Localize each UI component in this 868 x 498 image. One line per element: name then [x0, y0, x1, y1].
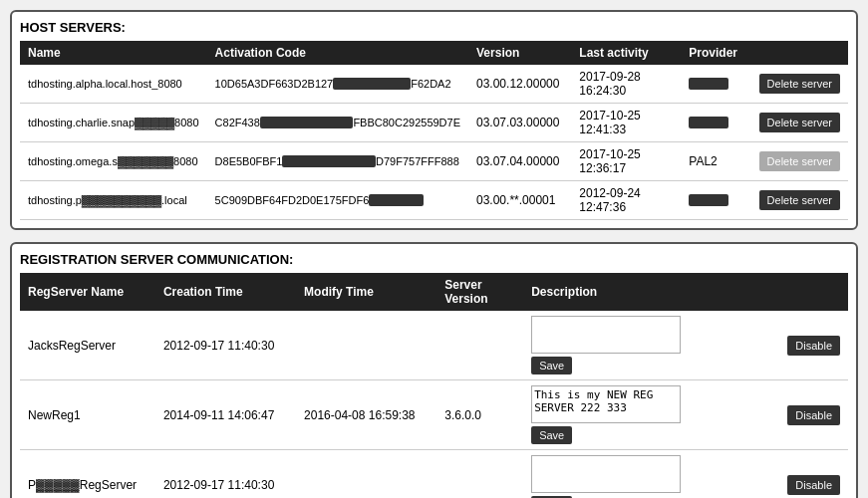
reg-create-cell: 2012-09-17 11:40:30 [155, 450, 296, 499]
reg-action-cell: Disable [739, 450, 848, 499]
host-provider-cell: R▓▓▓E [681, 65, 748, 104]
host-activation-cell: C82F438████████████FBBC80C292559D7E [207, 104, 468, 142]
host-table-row: tdhosting.alpha.local.host_808010D65A3DF… [20, 65, 848, 104]
host-lastactivity-cell: 2017-10-25 12:36:17 [571, 142, 681, 181]
col-action [749, 41, 848, 65]
host-servers-title: HOST SERVERS: [20, 20, 848, 35]
host-name-cell: tdhosting.p▓▓▓▓▓▓▓▓▓▓.local [20, 181, 207, 220]
delete-server-button[interactable]: Delete server [759, 190, 840, 210]
reg-description-cell: Save [523, 380, 739, 450]
host-table-row: tdhosting.omega.s▓▓▓▓▓▓▓8080D8E5B0FBF1██… [20, 142, 848, 181]
host-activation-cell: 10D65A3DF663D2B127██████████F62DA2 [207, 65, 468, 104]
host-action-cell: Delete server [749, 142, 848, 181]
reg-server-title: REGISTRATION SERVER COMMUNICATION: [20, 252, 848, 267]
host-action-cell: Delete server [749, 104, 848, 142]
reg-create-cell: 2012-09-17 11:40:30 [155, 311, 296, 380]
host-name-cell: tdhosting.charlie.snap▓▓▓▓▓8080 [20, 104, 207, 142]
reg-modify-cell [296, 311, 436, 380]
reg-server-section: REGISTRATION SERVER COMMUNICATION: RegSe… [10, 242, 858, 498]
host-servers-section: HOST SERVERS: Name Activation Code Versi… [10, 10, 858, 230]
reg-description-input[interactable] [531, 385, 681, 423]
reg-table-row: JacksRegServer2012-09-17 11:40:30SaveDis… [20, 311, 848, 380]
reg-description-cell: Save [523, 311, 739, 380]
col-version: Version [468, 41, 571, 65]
reg-col-name: RegServer Name [20, 273, 155, 311]
col-name: Name [20, 41, 207, 65]
host-servers-table: Name Activation Code Version Last activi… [20, 41, 848, 220]
host-version-cell: 03.07.04.00000 [468, 142, 571, 181]
host-action-cell: Delete server [749, 65, 848, 104]
host-action-cell: Delete server [749, 181, 848, 220]
reg-name-cell: JacksRegServer [20, 311, 155, 380]
host-provider-cell: PAL2 [681, 142, 748, 181]
reg-action-cell: Disable [739, 311, 848, 380]
reg-version-cell: 3.6.0.0 [436, 380, 523, 450]
reg-action-cell: Disable [739, 380, 848, 450]
reg-description-cell: Save [523, 450, 739, 499]
col-activation: Activation Code [207, 41, 468, 65]
reg-col-modify: Modify Time [296, 273, 436, 311]
host-provider-cell: R▓▓▓E [681, 181, 748, 220]
reg-disable-button[interactable]: Disable [787, 475, 840, 495]
reg-server-table: RegServer Name Creation Time Modify Time… [20, 273, 848, 498]
host-activation-cell: 5C909DBF64FD2D0E175FDF6███████ [207, 181, 468, 220]
host-provider-cell: R▓▓▓P [681, 104, 748, 142]
reg-name-cell: P▓▓▓▓▓RegServer [20, 450, 155, 499]
reg-save-button[interactable]: Save [531, 357, 572, 374]
reg-modify-cell [296, 450, 436, 499]
reg-description-input[interactable] [531, 455, 681, 493]
reg-col-version: Server Version [436, 273, 523, 311]
reg-name-cell: NewReg1 [20, 380, 155, 450]
reg-disable-button[interactable]: Disable [787, 405, 840, 425]
host-version-cell: 03.00.**.00001 [468, 181, 571, 220]
host-name-cell: tdhosting.omega.s▓▓▓▓▓▓▓8080 [20, 142, 207, 181]
reg-col-create: Creation Time [155, 273, 296, 311]
reg-save-button[interactable]: Save [531, 426, 572, 444]
host-lastactivity-cell: 2017-09-28 16:24:30 [571, 65, 681, 104]
reg-description-input[interactable] [531, 316, 681, 354]
col-lastactivity: Last activity [571, 41, 681, 65]
delete-server-button[interactable]: Delete server [759, 74, 840, 94]
reg-version-cell [436, 450, 523, 499]
host-version-cell: 03.00.12.00000 [468, 65, 571, 104]
reg-version-cell [436, 311, 523, 380]
col-provider: Provider [681, 41, 748, 65]
reg-table-row: NewReg12014-09-11 14:06:472016-04-08 16:… [20, 380, 848, 450]
delete-server-button[interactable]: Delete server [759, 113, 840, 132]
host-table-row: tdhosting.p▓▓▓▓▓▓▓▓▓▓.local5C909DBF64FD2… [20, 181, 848, 220]
reg-disable-button[interactable]: Disable [787, 336, 840, 356]
reg-create-cell: 2014-09-11 14:06:47 [155, 380, 296, 450]
reg-table-row: P▓▓▓▓▓RegServer2012-09-17 11:40:30SaveDi… [20, 450, 848, 499]
reg-col-desc: Description [523, 273, 739, 311]
host-version-cell: 03.07.03.00000 [468, 104, 571, 142]
host-lastactivity-cell: 2012-09-24 12:47:36 [571, 181, 681, 220]
reg-col-action [739, 273, 848, 311]
delete-server-button[interactable]: Delete server [759, 151, 840, 171]
host-lastactivity-cell: 2017-10-25 12:41:33 [571, 104, 681, 142]
host-table-row: tdhosting.charlie.snap▓▓▓▓▓8080C82F438██… [20, 104, 848, 142]
host-activation-cell: D8E5B0FBF1████████████D79F757FFF888 [207, 142, 468, 181]
host-name-cell: tdhosting.alpha.local.host_8080 [20, 65, 207, 104]
reg-modify-cell: 2016-04-08 16:59:38 [296, 380, 436, 450]
